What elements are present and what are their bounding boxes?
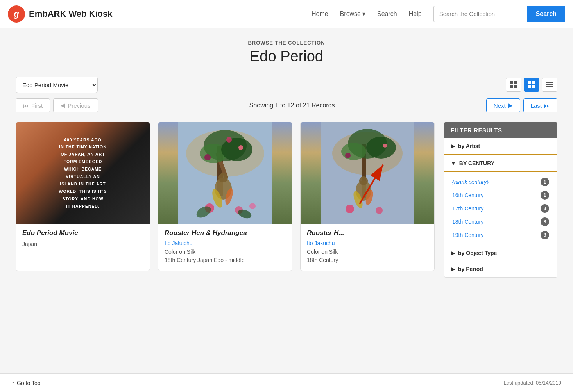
last-button[interactable]: Last ⏭ <box>523 98 557 112</box>
card-title: Edo Period Movie <box>22 229 143 237</box>
list-item[interactable]: 16th Century 1 <box>444 189 557 202</box>
view-list-button[interactable] <box>542 78 557 92</box>
next-button[interactable]: Next ▶ <box>486 98 520 112</box>
century-blank-count: 1 <box>541 178 549 186</box>
svg-point-37 <box>383 144 387 148</box>
nav-browse[interactable]: Browse ▾ <box>340 10 365 18</box>
object-type-arrow-icon: ▶ <box>451 250 455 256</box>
table-row[interactable]: Rooster Hen & Hydrangea Ito Jakuchu Colo… <box>158 122 292 271</box>
svg-point-20 <box>226 137 232 143</box>
svg-point-35 <box>366 137 396 159</box>
century-18-label: 18th Century <box>452 219 483 225</box>
artist-filter-label: by Artist <box>458 143 480 149</box>
svg-rect-10 <box>546 86 553 87</box>
svg-rect-3 <box>514 85 517 88</box>
card-title: Rooster H... <box>307 229 428 237</box>
svg-rect-0 <box>510 81 513 84</box>
page-title: Edo Period <box>16 48 557 65</box>
table-row[interactable]: Rooster H... Ito Jakuchu Color on Silk 1… <box>300 122 435 271</box>
century-19-label: 19th Century <box>452 232 483 238</box>
svg-rect-2 <box>510 85 513 88</box>
card-body: Rooster H... Ito Jakuchu Color on Silk 1… <box>301 224 434 271</box>
last-updated: Last updated: 05/14/2019 <box>504 380 561 386</box>
card-detail: Color on Silk <box>307 248 428 256</box>
filter-section-century-title[interactable]: ▼ BY CENTURY <box>444 155 557 172</box>
header: g EmbARK Web Kiosk Home Browse ▾ Search … <box>0 0 573 28</box>
card-body: Rooster Hen & Hydrangea Ito Jakuchu Colo… <box>158 224 292 271</box>
filter-section-object-type-title[interactable]: ▶ by Object Type <box>444 245 557 261</box>
pagination-row: ⏮ First ◀ Previous Showing 1 to 12 of 21… <box>16 98 557 112</box>
svg-point-34 <box>341 143 366 160</box>
last-label: Last <box>531 102 542 109</box>
svg-point-39 <box>359 176 368 185</box>
svg-point-18 <box>204 154 211 160</box>
filter-section-artist: ▶ by Artist <box>444 138 557 154</box>
svg-point-27 <box>249 203 256 209</box>
next-icon: ▶ <box>508 102 513 109</box>
main-layout: 400 YEARS AGOIN THE TINY NATIONOF JAPAN,… <box>16 122 557 278</box>
century-18-count: 8 <box>541 217 549 226</box>
go-to-top-label: Go to Top <box>17 380 40 386</box>
dropdown-arrow-icon: ▾ <box>362 10 365 18</box>
card-body: Edo Period Movie Japan <box>16 224 150 255</box>
list-item[interactable]: 18th Century 8 <box>444 215 557 228</box>
first-icon: ⏮ <box>23 102 29 109</box>
filter-section-century: ▼ BY CENTURY {blank century} 1 16th Cent… <box>444 155 557 245</box>
cards-area: 400 YEARS AGOIN THE TINY NATIONOF JAPAN,… <box>16 122 435 271</box>
list-item[interactable]: 19th Century 8 <box>444 228 557 242</box>
grid-medium-icon <box>528 81 535 88</box>
filter-section-period-title[interactable]: ▶ by Period <box>444 261 557 277</box>
first-label: First <box>31 102 43 109</box>
card-artist[interactable]: Ito Jakuchu <box>307 240 428 246</box>
svg-point-43 <box>376 207 383 214</box>
list-item[interactable]: 17th Century 3 <box>444 202 557 215</box>
nav-home[interactable]: Home <box>312 11 328 18</box>
page-btns-right: Next ▶ Last ⏭ <box>486 98 557 112</box>
table-row[interactable]: 400 YEARS AGOIN THE TINY NATIONOF JAPAN,… <box>16 122 150 271</box>
view-grid-small-button[interactable] <box>506 78 521 92</box>
card-image-2 <box>158 122 292 224</box>
first-button[interactable]: ⏮ First <box>16 98 50 112</box>
nav: Home Browse ▾ Search Help <box>312 10 422 18</box>
svg-point-42 <box>346 205 354 213</box>
century-17-label: 17th Century <box>452 205 483 212</box>
svg-point-19 <box>238 145 243 150</box>
card-title: Rooster Hen & Hydrangea <box>165 229 286 237</box>
grid-small-icon <box>510 81 517 88</box>
period-filter-label: by Period <box>458 266 483 272</box>
svg-rect-7 <box>532 85 535 88</box>
list-item[interactable]: {blank century} 1 <box>444 175 557 189</box>
list-icon <box>546 82 553 87</box>
century-filter-label: BY CENTURY <box>459 160 494 166</box>
svg-point-22 <box>218 173 228 182</box>
filter-section-object-type: ▶ by Object Type <box>444 245 557 261</box>
filter-header: FILTER RESULTS <box>444 122 557 138</box>
page-btns-left: ⏮ First ◀ Previous <box>16 98 98 112</box>
period-arrow-icon: ▶ <box>451 266 455 272</box>
go-to-top-button[interactable]: ↑ Go to Top <box>12 380 40 386</box>
search-input[interactable] <box>433 6 527 22</box>
card-detail: Japan <box>22 240 143 248</box>
previous-button[interactable]: ◀ Previous <box>53 98 98 112</box>
footer: ↑ Go to Top Last updated: 05/14/2019 <box>0 373 573 392</box>
painting-svg-3 <box>301 122 434 224</box>
logo-icon[interactable]: g <box>8 5 25 23</box>
view-grid-medium-button[interactable] <box>524 78 539 92</box>
showing-text: Showing 1 to 12 of 21 Records <box>98 102 486 109</box>
sort-dropdown[interactable]: Edo Period Movie – All Works Paintings P… <box>16 77 98 93</box>
page-content: BROWSE THE COLLECTION Edo Period Edo Per… <box>0 28 573 293</box>
app-name: EmbARK Web Kiosk <box>29 9 113 19</box>
up-arrow-icon: ↑ <box>12 380 14 386</box>
controls-row: Edo Period Movie – All Works Paintings P… <box>16 77 557 93</box>
browse-label: BROWSE THE COLLECTION <box>16 40 557 46</box>
svg-rect-9 <box>546 84 553 86</box>
card-artist[interactable]: Ito Jakuchu <box>165 240 286 246</box>
search-button[interactable]: Search <box>527 6 565 22</box>
collapse-arrow-icon: ▼ <box>451 160 456 166</box>
card-detail-2: 18th Century <box>307 256 428 264</box>
nav-search[interactable]: Search <box>377 11 397 18</box>
filter-section-artist-title[interactable]: ▶ by Artist <box>444 138 557 154</box>
logo-area: g EmbARK Web Kiosk <box>8 5 113 23</box>
nav-help[interactable]: Help <box>409 11 422 18</box>
filter-panel: FILTER RESULTS ▶ by Artist ▼ BY CENTURY <box>444 122 557 278</box>
